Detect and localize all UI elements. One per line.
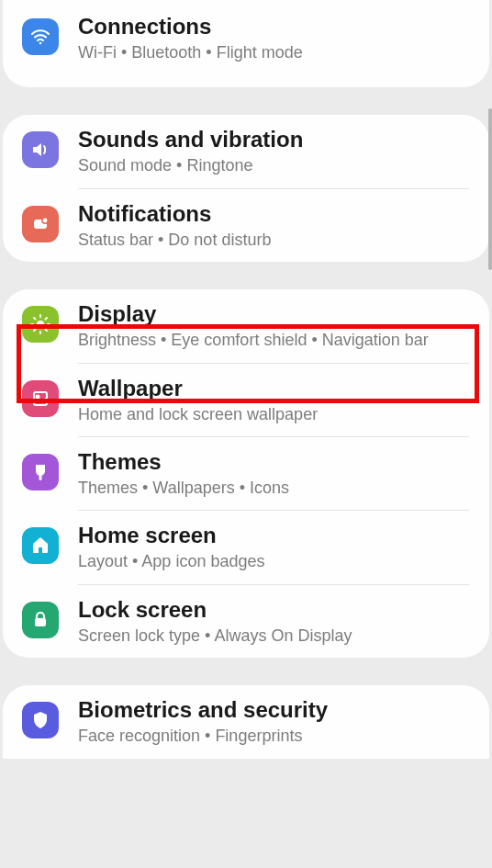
item-title: Display [78,300,473,328]
item-title: Biometrics and security [78,696,473,724]
svg-line-11 [46,318,48,320]
item-title: Themes [78,448,473,476]
item-subtitle: Layout • App icon badges [78,551,473,572]
lock-icon [22,602,59,638]
item-subtitle: Status bar • Do not disturb [78,230,473,251]
picture-icon [22,380,59,417]
settings-item-notifications[interactable]: Notifications Status bar • Do not distur… [3,189,489,262]
svg-point-0 [39,42,42,45]
item-subtitle: Wi-Fi • Bluetooth • Flight mode [78,42,473,63]
svg-point-3 [37,321,44,328]
svg-line-10 [34,330,36,332]
speaker-icon [22,131,59,168]
item-subtitle: Home and lock screen wallpaper [78,404,473,425]
svg-line-8 [34,318,36,320]
home-icon [22,527,59,564]
item-subtitle: Themes • Wallpapers • Icons [78,478,473,499]
svg-point-2 [42,218,48,223]
brush-icon [22,454,59,490]
brightness-icon [22,306,59,343]
settings-item-biometrics[interactable]: Biometrics and security Face recognition… [3,685,489,758]
notification-icon [22,206,59,242]
svg-rect-14 [39,474,42,480]
settings-item-sounds[interactable]: Sounds and vibration Sound mode • Ringto… [3,115,489,187]
item-subtitle: Sound mode • Ringtone [78,155,473,176]
settings-item-themes[interactable]: Themes Themes • Wallpapers • Icons [3,437,489,510]
svg-line-9 [46,330,48,332]
item-title: Lock screen [78,596,473,624]
shield-icon [22,702,59,738]
settings-group-sound: Sounds and vibration Sound mode • Ringto… [3,115,489,262]
item-title: Wallpaper [78,375,473,402]
item-title: Home screen [78,522,473,549]
settings-item-lockscreen[interactable]: Lock screen Screen lock type • Always On… [3,585,489,658]
item-title: Notifications [78,200,473,228]
settings-item-wallpaper[interactable]: Wallpaper Home and lock screen wallpaper [3,364,489,436]
wifi-icon [22,18,59,55]
settings-item-homescreen[interactable]: Home screen Layout • App icon badges [3,511,489,583]
scrollbar[interactable] [488,108,492,270]
settings-item-display[interactable]: Display Brightness • Eye comfort shield … [3,289,489,362]
settings-group-security: Biometrics and security Face recognition… [3,685,489,758]
item-title: Sounds and vibration [78,126,473,153]
item-subtitle: Screen lock type • Always On Display [78,626,473,647]
settings-item-connections[interactable]: Connections Wi-Fi • Bluetooth • Flight m… [3,2,489,74]
item-title: Connections [78,13,473,40]
item-subtitle: Face recognition • Fingerprints [78,726,473,747]
settings-group-connections: Connections Wi-Fi • Bluetooth • Flight m… [3,0,489,87]
item-subtitle: Brightness • Eye comfort shield • Naviga… [78,330,473,351]
settings-group-display: Display Brightness • Eye comfort shield … [3,289,489,658]
svg-rect-15 [35,618,46,626]
